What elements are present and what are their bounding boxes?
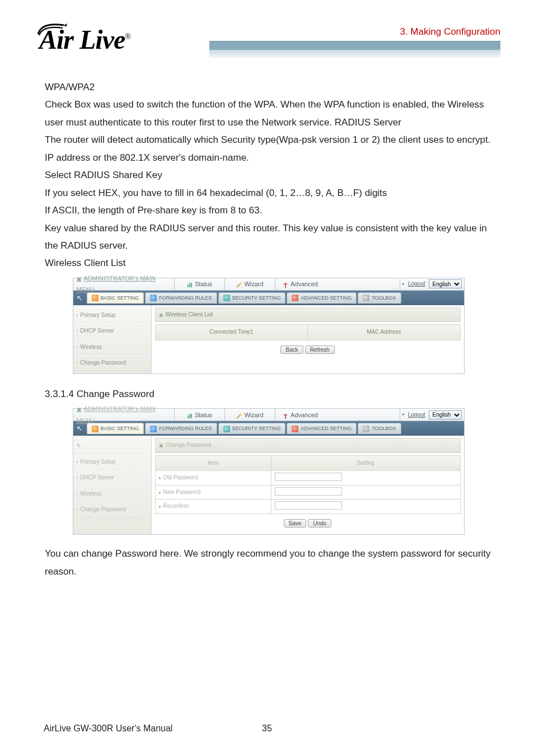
subtab-forwarding-rules[interactable]: FORWARDING RULES xyxy=(145,292,217,304)
page-footer: AirLive GW-300R User's Manual 35 xyxy=(0,724,534,734)
svg-point-1 xyxy=(240,413,242,416)
caret-right-icon: ▸ xyxy=(402,280,405,288)
refresh-button[interactable]: Refresh xyxy=(305,346,335,354)
caret-right-icon: ▸ xyxy=(402,410,405,419)
forwarding-rules-icon xyxy=(150,426,157,432)
label-old-password: Old Password xyxy=(163,474,198,480)
security-setting-icon xyxy=(223,426,230,432)
router-panel-wireless-client-list: ▣ADMINISTRATOR's MAIN MENU Status Wizard xyxy=(73,278,465,374)
signal-bars-icon xyxy=(186,412,193,418)
footer-page-number: 35 xyxy=(262,724,272,734)
security-setting-icon xyxy=(223,295,230,301)
para-hex: If you select HEX, you have to fill in 6… xyxy=(45,184,492,202)
tab-advanced[interactable]: Advanced xyxy=(275,409,325,421)
chapter-title: 3. Making Configuration xyxy=(400,26,500,38)
wireless-client-table: Connected Time1 MAC Address xyxy=(155,324,461,340)
para-checkbox: Check Box was used to switch the functio… xyxy=(45,96,492,131)
logo-registered: ® xyxy=(125,32,130,41)
sidebar-item-change-password[interactable]: •Change Password xyxy=(73,355,151,371)
subtab-forwarding-rules[interactable]: FORWARDING RULES xyxy=(145,423,217,434)
advanced-antenna-icon xyxy=(282,281,289,287)
change-password-table: Item Setting ▸Old Password ▸New Password xyxy=(155,455,461,514)
wizard-wand-icon xyxy=(236,281,242,287)
para-ascii: If ASCII, the length of Pre-share key is… xyxy=(45,202,492,219)
closing-paragraph: You can change Password here. We strongl… xyxy=(45,545,492,580)
logout-link[interactable]: Logout xyxy=(408,410,425,421)
para-detect: The router will detect automatically whi… xyxy=(45,131,492,148)
heading-change-password: 3.3.1.4 Change Password xyxy=(45,385,492,403)
col-item: Item xyxy=(155,455,271,471)
advanced-setting-icon xyxy=(292,426,298,432)
cursor-arrow-icon: ↖ xyxy=(77,292,82,304)
label-new-password: New Password xyxy=(163,489,201,495)
language-select[interactable]: English xyxy=(429,410,462,419)
table-row: ▸New Password xyxy=(155,485,460,500)
logout-link[interactable]: Logout xyxy=(408,279,425,290)
col-mac-address: MAC Address xyxy=(308,325,461,340)
advanced-antenna-icon xyxy=(282,412,289,418)
subtab-advanced-setting[interactable]: ADVANCED SETTING xyxy=(287,292,357,304)
para-ip: IP address or the 802.1X server's domain… xyxy=(45,149,492,166)
logo-arc-icon xyxy=(36,20,69,36)
square-bullet-icon: ▣ xyxy=(77,276,82,282)
signal-bars-icon xyxy=(186,281,193,287)
subtab-security-setting[interactable]: SECURITY SETTING xyxy=(218,292,286,304)
side-menu: ↖ •Primary Setup •DHCP Server •Wireless … xyxy=(73,436,152,534)
col-connected-time: Connected Time1 xyxy=(155,325,308,340)
save-button[interactable]: Save xyxy=(284,519,307,528)
subtab-toolbox[interactable]: TOOLBOX xyxy=(358,292,401,304)
forwarding-rules-icon xyxy=(150,295,157,301)
advanced-setting-icon xyxy=(292,295,298,301)
toolbox-icon xyxy=(363,426,369,432)
router-panel-change-password: ▣ADMINISTRATOR's MAIN MENU Status Wizard xyxy=(73,408,465,535)
brand-logo: Air Live® xyxy=(39,24,130,55)
new-password-input[interactable] xyxy=(275,487,342,496)
sidebar-cursor-row: ↖ xyxy=(73,438,151,454)
sidebar-item-wireless[interactable]: •Wireless xyxy=(73,486,151,502)
sidebar-item-dhcp-server[interactable]: •DHCP Server xyxy=(73,470,151,486)
sidebar-item-dhcp-server[interactable]: •DHCP Server xyxy=(73,323,151,339)
undo-button[interactable]: Undo xyxy=(308,519,331,528)
subtab-toolbox[interactable]: TOOLBOX xyxy=(358,423,401,434)
tab-advanced[interactable]: Advanced xyxy=(275,278,325,290)
tab-wizard[interactable]: Wizard xyxy=(224,409,275,421)
tab-status[interactable]: Status xyxy=(174,409,224,421)
header-gradient-bar xyxy=(209,41,500,58)
label-reconfirm: Reconfirm xyxy=(163,503,189,509)
basic-setting-icon xyxy=(92,295,99,301)
back-button[interactable]: Back xyxy=(280,346,303,354)
svg-point-0 xyxy=(240,282,242,284)
subtab-advanced-setting[interactable]: ADVANCED SETTING xyxy=(287,423,357,434)
basic-setting-icon xyxy=(92,426,99,432)
footer-manual-title: AirLive GW-300R User's Manual xyxy=(44,724,172,734)
sidebar-item-primary-setup[interactable]: •Primary Setup xyxy=(73,307,151,324)
cursor-arrow-icon: ↖ xyxy=(77,422,82,435)
page-header: Air Live® 3. Making Configuration xyxy=(0,0,534,78)
subtab-basic-setting[interactable]: BASIC SETTING xyxy=(87,423,144,434)
reconfirm-password-input[interactable] xyxy=(275,501,342,510)
old-password-input[interactable] xyxy=(275,473,342,481)
square-bullet-icon: ▣ xyxy=(77,407,82,412)
table-row: ▸Old Password xyxy=(155,471,460,486)
tab-wizard[interactable]: Wizard xyxy=(224,278,275,290)
header-right: 3. Making Configuration xyxy=(130,21,500,58)
language-select[interactable]: English xyxy=(429,279,462,288)
table-row: ▸Reconfirm xyxy=(155,500,460,514)
para-radius-key: Select RADIUS Shared Key xyxy=(45,166,492,184)
col-setting: Setting xyxy=(271,455,460,471)
subtab-basic-setting[interactable]: BASIC SETTING xyxy=(87,292,144,304)
toolbox-icon xyxy=(363,295,369,301)
document-body: WPA/WPA2 Check Box was used to switch th… xyxy=(0,78,534,580)
sidebar-item-primary-setup[interactable]: •Primary Setup xyxy=(73,454,151,470)
subtab-security-setting[interactable]: SECURITY SETTING xyxy=(218,423,286,434)
wizard-wand-icon xyxy=(236,412,242,418)
section-header-change-password: ▣Change Password xyxy=(155,438,461,453)
tab-status[interactable]: Status xyxy=(174,278,224,290)
side-menu: •Primary Setup •DHCP Server •Wireless •C… xyxy=(73,305,152,374)
sidebar-item-change-password[interactable]: •Change Password xyxy=(73,502,151,518)
para-keyvalue: Key value shared by the RADIUS server an… xyxy=(45,220,492,255)
para-wcl: Wireless Client List xyxy=(45,254,492,272)
heading-wpa: WPA/WPA2 xyxy=(45,78,492,96)
section-header-wireless-client-list: ▣Wireless Client List xyxy=(155,307,461,323)
sidebar-item-wireless[interactable]: •Wireless xyxy=(73,339,151,356)
